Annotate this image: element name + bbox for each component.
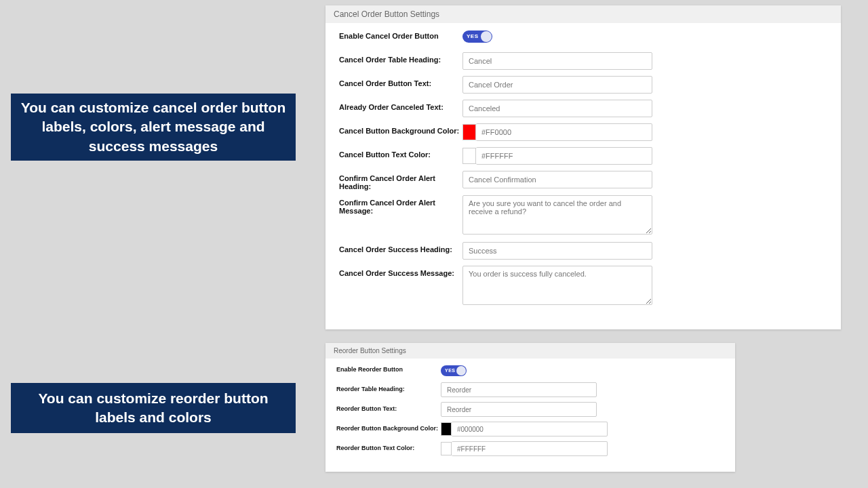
callout-reorder-customize: You can customize reorder button labels …	[11, 383, 296, 433]
toggle-enable-cancel[interactable]: YES	[462, 30, 492, 43]
color-swatch-reorder-text[interactable]	[441, 442, 452, 455]
panel-header-cancel: Cancel Order Button Settings	[326, 5, 841, 23]
toggle-knob-icon	[481, 31, 492, 42]
label-enable-reorder: Enable Reorder Button	[336, 363, 441, 373]
textarea-success-message[interactable]	[462, 266, 652, 305]
cancel-order-settings-panel: Cancel Order Button Settings Enable Canc…	[326, 5, 841, 329]
toggle-knob-icon	[456, 366, 466, 375]
label-reorder-text-color: Reorder Button Text Color:	[336, 441, 441, 451]
input-reorder-button-text[interactable]	[441, 402, 597, 417]
toggle-text: YES	[467, 33, 479, 39]
label-cancel-text-color: Cancel Button Text Color:	[339, 147, 462, 159]
toggle-text: YES	[445, 368, 456, 373]
label-already-canceled-text: Already Order Canceled Text:	[339, 100, 462, 111]
toggle-enable-reorder[interactable]: YES	[441, 365, 467, 376]
input-success-heading[interactable]	[462, 242, 652, 260]
label-alert-message: Confirm Cancel Order Alert Message:	[339, 195, 462, 215]
input-cancel-text-color[interactable]	[476, 147, 652, 165]
label-cancel-button-text: Cancel Order Button Text:	[339, 76, 462, 87]
input-reorder-table-heading[interactable]	[441, 382, 597, 397]
input-reorder-text-color[interactable]	[452, 441, 608, 456]
textarea-alert-message[interactable]	[462, 195, 652, 235]
input-already-canceled-text[interactable]	[462, 100, 652, 117]
label-success-heading: Cancel Order Success Heading:	[339, 242, 462, 253]
label-enable-cancel: Enable Cancel Order Button	[339, 28, 462, 40]
callout-cancel-customize: You can customize cancel order button la…	[11, 94, 296, 161]
input-reorder-bg-color[interactable]	[452, 422, 608, 436]
reorder-settings-panel: Reorder Button Settings Enable Reorder B…	[326, 343, 735, 472]
panel-header-reorder: Reorder Button Settings	[326, 343, 735, 359]
color-swatch-reorder-bg[interactable]	[441, 422, 452, 436]
input-cancel-button-text[interactable]	[462, 76, 652, 94]
input-cancel-table-heading[interactable]	[462, 52, 652, 70]
label-cancel-bg-color: Cancel Button Background Color:	[339, 123, 462, 135]
label-reorder-bg-color: Reorder Button Background Color:	[336, 422, 441, 432]
input-cancel-bg-color[interactable]	[476, 123, 652, 141]
label-success-message: Cancel Order Success Message:	[339, 266, 462, 277]
label-reorder-table-heading: Reorder Table Heading:	[336, 382, 441, 392]
label-alert-heading: Confirm Cancel Order Alert Heading:	[339, 171, 462, 190]
label-cancel-table-heading: Cancel Order Table Heading:	[339, 52, 462, 64]
label-reorder-button-text: Reorder Button Text:	[336, 402, 441, 412]
color-swatch-cancel-bg[interactable]	[462, 124, 476, 140]
input-alert-heading[interactable]	[462, 171, 652, 188]
color-swatch-cancel-text[interactable]	[462, 148, 476, 164]
